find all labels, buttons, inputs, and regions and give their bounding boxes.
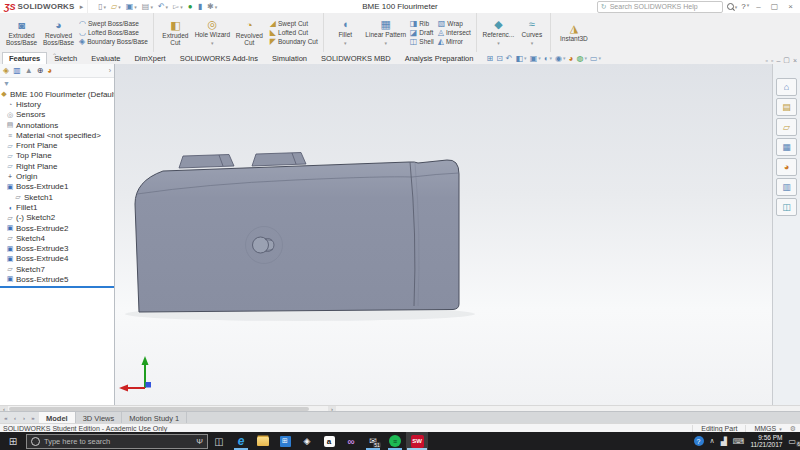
- solidworks-taskbar-button[interactable]: SW: [406, 432, 428, 450]
- microphone-icon[interactable]: Ψ: [196, 437, 203, 446]
- touch-keyboard-icon[interactable]: ⌨: [733, 437, 745, 446]
- action-center-button[interactable]: ▭6: [788, 437, 796, 446]
- zoom-to-area-button[interactable]: ⊡: [496, 54, 503, 63]
- network-icon[interactable]: ▟: [721, 437, 727, 446]
- fillet-button[interactable]: ◖Fillet▾: [327, 18, 364, 47]
- help-button[interactable]: ?▾: [741, 2, 749, 11]
- restore-button[interactable]: ▢: [768, 1, 782, 12]
- close-button[interactable]: ×: [785, 1, 796, 12]
- model-3d[interactable]: [115, 64, 774, 405]
- tree-item-right-plane[interactable]: ▱Right Plane: [0, 161, 114, 171]
- new-button[interactable]: ▯▾: [96, 2, 108, 11]
- doc-restore-button[interactable]: ▢: [783, 56, 790, 64]
- extruded-boss-base-button[interactable]: ◙Extruded Boss/Base: [3, 19, 40, 47]
- panel-collapse-handle[interactable]: ⌃: [52, 52, 57, 59]
- section-view-button[interactable]: ◧▾: [516, 54, 527, 63]
- mail-button[interactable]: ✉51: [362, 432, 384, 450]
- tree-item-fillet1[interactable]: ◖Fillet1: [0, 202, 114, 212]
- linear-pattern-button[interactable]: ▦Linear Pattern▾: [364, 18, 408, 47]
- configurationmanager-tab[interactable]: ▲: [25, 66, 33, 75]
- draft-button[interactable]: ◪Draft: [410, 29, 434, 37]
- tree-item-sensors[interactable]: ◎Sensors: [0, 110, 114, 120]
- apply-scene-button[interactable]: ◍▾: [576, 54, 587, 63]
- hide-show-items-button[interactable]: ◉▾: [555, 54, 566, 63]
- boundary-cut-button[interactable]: ◤Boundary Cut: [270, 38, 318, 46]
- taskbar-search-input[interactable]: Type here to search Ψ: [26, 434, 208, 449]
- microsoft-store-button[interactable]: ⊞: [274, 432, 296, 450]
- taskbar-clock[interactable]: 9:56 PM11/21/2017: [750, 434, 782, 449]
- tab-solidworks-add-ins[interactable]: SOLIDWORKS Add-Ins: [173, 52, 265, 64]
- tree-item-part-root[interactable]: ◆BME 100 Flourimeter (Default<<Defau: [0, 89, 114, 99]
- reference-geometry-button[interactable]: ◆Referenc...▾: [480, 18, 517, 47]
- hidden-icons-chevron[interactable]: ∧: [710, 437, 715, 445]
- tab-analysis-preparation[interactable]: Analysis Preparation: [398, 52, 481, 64]
- lofted-boss-base-button[interactable]: ◡Lofted Boss/Base: [79, 29, 148, 37]
- doc-close-button[interactable]: ×: [793, 57, 797, 64]
- last-tab-arrow[interactable]: »: [29, 415, 37, 421]
- first-tab-arrow[interactable]: «: [2, 415, 10, 421]
- spotify-button[interactable]: ≡: [384, 432, 406, 450]
- lofted-cut-button[interactable]: ◣Lofted Cut: [270, 29, 318, 37]
- next-tab-arrow[interactable]: ›: [20, 415, 28, 421]
- swept-boss-base-button[interactable]: ◠Swept Boss/Base: [79, 20, 148, 28]
- tree-item-front-plane[interactable]: ▱Front Plane: [0, 140, 114, 150]
- tree-item-sketch4[interactable]: ▱Sketch4: [0, 233, 114, 243]
- revolved-boss-base-button[interactable]: ◕Revolved Boss/Base: [40, 19, 77, 47]
- tree-item-sketch1[interactable]: ▱Sketch1: [0, 192, 114, 202]
- amazon-button[interactable]: a: [318, 432, 340, 450]
- propertymanager-tab[interactable]: ▥: [13, 66, 21, 75]
- minimize-button[interactable]: –: [753, 1, 763, 12]
- curves-button[interactable]: ≈Curves▾: [517, 18, 547, 47]
- edit-appearance-button[interactable]: ◕: [569, 54, 574, 63]
- forum-button[interactable]: ◫: [776, 198, 797, 216]
- appearances-button[interactable]: ◕: [776, 158, 797, 176]
- intersect-button[interactable]: ◬Intersect: [438, 29, 471, 37]
- view-settings-button[interactable]: ▭▾: [590, 54, 601, 63]
- graphics-viewport[interactable]: [115, 64, 772, 405]
- view-orientation-button[interactable]: ▣▾: [530, 54, 541, 63]
- file-explorer-button[interactable]: ▱: [776, 118, 797, 136]
- tree-item-boss-extrude4[interactable]: ▣Boss-Extrude4: [0, 254, 114, 264]
- displaymanager-tab[interactable]: ◕: [47, 66, 52, 75]
- view-palette-button[interactable]: ▦: [776, 138, 797, 156]
- tray-help-icon[interactable]: ?: [694, 436, 704, 446]
- tree-item-annotations[interactable]: ▤Annotations: [0, 120, 114, 130]
- display-style-button[interactable]: ◐▾: [544, 54, 552, 63]
- tree-item-boss-extrude1[interactable]: ▣Boss-Extrude1: [0, 182, 114, 192]
- previous-view-button[interactable]: ↶: [506, 54, 513, 63]
- design-library-button[interactable]: ▤: [776, 98, 797, 116]
- tree-item-sketch2[interactable]: ▱(-) Sketch2: [0, 213, 114, 223]
- save-button[interactable]: ▣▾: [124, 2, 139, 11]
- doc-minimize-button[interactable]: –: [776, 57, 780, 64]
- file-explorer-taskbar-button[interactable]: [252, 432, 274, 450]
- tab-evaluate[interactable]: Evaluate: [84, 52, 127, 64]
- edge-button[interactable]: e: [230, 432, 252, 450]
- wrap-button[interactable]: ▧Wrap: [438, 20, 471, 28]
- revolved-cut-button[interactable]: ◔Revolved Cut: [231, 19, 268, 47]
- dropbox-button[interactable]: ◈: [296, 432, 318, 450]
- rebuild-button[interactable]: ●: [186, 2, 195, 11]
- rib-button[interactable]: ◨Rib: [410, 20, 434, 28]
- tab-dimxpert[interactable]: DimXpert: [127, 52, 172, 64]
- tree-item-boss-extrude5[interactable]: ▣Boss-Extrude5: [0, 274, 114, 284]
- more-tabs-arrow[interactable]: ›: [109, 67, 111, 74]
- featuremanager-tree-tab[interactable]: ◈: [3, 66, 9, 75]
- tree-item-boss-extrude3[interactable]: ▣Boss-Extrude3: [0, 243, 114, 253]
- undo-button[interactable]: ↶▾: [156, 2, 170, 11]
- task-view-button[interactable]: ◫: [208, 432, 230, 450]
- hole-wizard-button[interactable]: ◎Hole Wizard▾: [194, 18, 231, 47]
- tree-item-origin[interactable]: +Origin: [0, 171, 114, 181]
- boundary-boss-base-button[interactable]: ◈Boundary Boss/Base: [79, 38, 148, 46]
- doc-cascade-icon[interactable]: ▫: [765, 57, 767, 64]
- tab-simulation[interactable]: Simulation: [265, 52, 314, 64]
- instant3d-button[interactable]: ◮Instant3D: [554, 22, 594, 43]
- file-properties-button[interactable]: ▮: [196, 2, 204, 11]
- shell-button[interactable]: ◫Shell: [410, 38, 434, 46]
- start-button[interactable]: ⊞: [0, 432, 26, 450]
- custom-properties-button[interactable]: ▥: [776, 178, 797, 196]
- zoom-to-fit-button[interactable]: ⊞: [486, 54, 493, 63]
- doc-tile-icon[interactable]: ▫: [771, 57, 773, 64]
- tree-item-top-plane[interactable]: ▱Top Plane: [0, 151, 114, 161]
- help-search-input[interactable]: ↻ Search SOLIDWORKS Help: [597, 1, 723, 13]
- open-button[interactable]: ▱▾: [109, 2, 123, 11]
